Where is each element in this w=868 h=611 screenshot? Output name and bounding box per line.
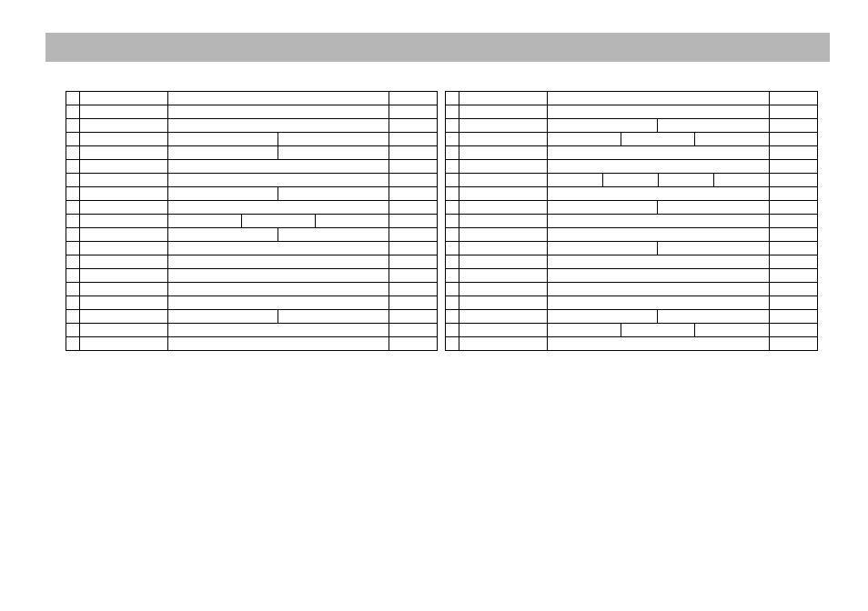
table-cell xyxy=(168,174,389,187)
table-cell xyxy=(168,337,389,351)
table-subcell xyxy=(548,174,603,186)
table-cell xyxy=(459,133,548,146)
table-row xyxy=(446,255,818,269)
table-subcell xyxy=(548,324,621,336)
table-cell xyxy=(548,215,770,228)
table-cell xyxy=(80,296,168,310)
table-cell xyxy=(548,174,770,187)
table-row xyxy=(66,255,438,269)
table-cell xyxy=(446,201,459,215)
table-cell xyxy=(389,187,438,201)
table-cell xyxy=(80,187,168,201)
table-cell xyxy=(66,187,80,201)
table-cell xyxy=(770,324,818,337)
table-cell xyxy=(548,146,770,160)
table-row xyxy=(66,187,438,201)
table-cell xyxy=(66,296,80,310)
table-cell xyxy=(80,160,168,174)
table-row xyxy=(446,215,818,228)
table-cell xyxy=(548,269,770,283)
table-subcell xyxy=(168,187,278,200)
table-cell xyxy=(80,92,168,105)
table-cell xyxy=(459,283,548,296)
table-cell xyxy=(446,310,459,324)
table-subcell xyxy=(242,215,316,227)
table-cell xyxy=(548,324,770,337)
table-cell xyxy=(459,215,548,228)
table-subcell xyxy=(548,310,658,323)
table-cell xyxy=(66,228,80,242)
table-subcell xyxy=(621,133,695,145)
table-cell xyxy=(446,296,459,310)
table-row xyxy=(446,283,818,296)
table-row xyxy=(66,228,438,242)
table-row xyxy=(446,324,818,337)
table-cell xyxy=(446,215,459,228)
table-row xyxy=(66,119,438,133)
table-cell xyxy=(80,242,168,255)
table-subcell xyxy=(278,310,388,323)
table-row xyxy=(446,160,818,174)
table-subcell xyxy=(278,187,388,200)
table-cell xyxy=(770,242,818,255)
table-cell xyxy=(446,283,459,296)
table-cell xyxy=(446,92,459,105)
table-cell xyxy=(548,201,770,215)
table-cell xyxy=(66,105,80,119)
table-cell xyxy=(168,105,389,119)
table-cell xyxy=(168,310,389,324)
table-cell xyxy=(80,105,168,119)
table-row xyxy=(66,105,438,119)
table-cell xyxy=(770,119,818,133)
table-subcell xyxy=(168,133,278,145)
table-cell xyxy=(389,337,438,351)
table-row xyxy=(446,242,818,255)
table-cell xyxy=(80,255,168,269)
table-cell xyxy=(548,337,770,351)
table-cell xyxy=(66,160,80,174)
table-subcell xyxy=(659,174,714,186)
table-cell xyxy=(389,105,438,119)
table-subcell xyxy=(168,146,278,159)
table-cell xyxy=(770,269,818,283)
table-cell xyxy=(446,269,459,283)
table-cell xyxy=(446,228,459,242)
table-cell xyxy=(446,242,459,255)
table-row xyxy=(66,201,438,215)
table-subcell xyxy=(548,242,658,255)
table-row xyxy=(66,269,438,283)
table-left xyxy=(66,91,438,351)
table-cell xyxy=(80,228,168,242)
table-row xyxy=(66,92,438,105)
table-cell xyxy=(548,133,770,146)
table-subcell xyxy=(168,228,278,241)
table-row xyxy=(446,105,818,119)
table-cell xyxy=(459,119,548,133)
table-cell xyxy=(389,174,438,187)
table-cell xyxy=(548,187,770,201)
table-cell xyxy=(459,324,548,337)
table-subcell xyxy=(548,119,658,132)
table-cell xyxy=(66,146,80,160)
table-subcell xyxy=(714,174,769,186)
table-cell xyxy=(389,119,438,133)
table-subcell xyxy=(548,201,658,214)
table-cell xyxy=(168,283,389,296)
table-cell xyxy=(770,255,818,269)
table-cell xyxy=(80,119,168,133)
table-subcell xyxy=(695,324,768,336)
table-cell xyxy=(459,310,548,324)
table-cell xyxy=(80,133,168,146)
table-cell xyxy=(446,337,459,351)
table-cell xyxy=(770,296,818,310)
table-cell xyxy=(66,174,80,187)
table-row xyxy=(66,174,438,187)
table-right xyxy=(445,91,818,351)
table-cell xyxy=(446,187,459,201)
table-cell xyxy=(389,310,438,324)
table-cell xyxy=(168,255,389,269)
table-cell xyxy=(770,337,818,351)
table-cell xyxy=(459,146,548,160)
table-cell xyxy=(80,174,168,187)
table-cell xyxy=(770,160,818,174)
